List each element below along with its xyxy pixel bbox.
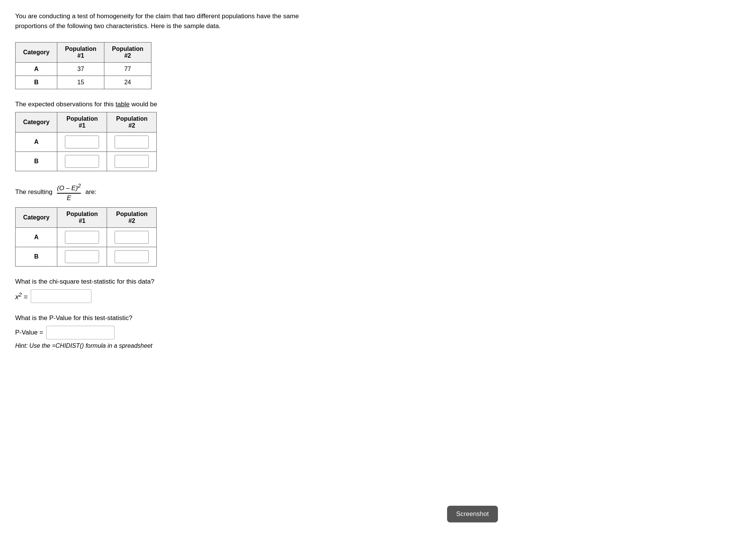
chi-square-label: x2 = xyxy=(15,291,28,301)
chi-square-question: What is the chi-square test-statistic fo… xyxy=(15,278,741,286)
expected-row-b-category: B xyxy=(16,152,57,171)
sample-row-b: B 15 24 xyxy=(16,76,151,89)
sample-row-a: A 37 77 xyxy=(16,63,151,76)
screenshot-button[interactable]: Screenshot xyxy=(447,506,498,522)
expected-row-a-category: A xyxy=(16,133,57,152)
resulting-col-pop1: Population#1 xyxy=(57,207,107,227)
resulting-row-a: A xyxy=(16,227,157,247)
intro-section: You are conducting a test of homogeneity… xyxy=(15,11,741,31)
fraction-display: (O – E)2 E xyxy=(57,183,81,202)
sample-row-b-pop2: 24 xyxy=(104,76,151,89)
sample-col-pop1: Population#1 xyxy=(57,43,104,63)
expected-b-pop1-input[interactable] xyxy=(65,155,99,168)
expected-row-b-pop1-cell[interactable] xyxy=(57,152,107,171)
resulting-row-b-pop2-cell[interactable] xyxy=(107,247,157,266)
resulting-a-pop2-input[interactable] xyxy=(115,231,149,244)
hint-text: Hint: Use the =CHIDIST() formula in a sp… xyxy=(15,342,741,349)
intro-text-line1: You are conducting a test of homogeneity… xyxy=(15,11,357,31)
resulting-row-a-category: A xyxy=(16,227,57,247)
chi-square-section: What is the chi-square test-statistic fo… xyxy=(15,278,741,303)
sample-row-a-category: A xyxy=(16,63,57,76)
expected-section: The expected observations for this table… xyxy=(15,101,741,171)
expected-col-pop1: Population#1 xyxy=(57,112,107,133)
expected-row-b: B xyxy=(16,152,157,171)
sample-row-a-pop2: 77 xyxy=(104,63,151,76)
sample-col-category: Category xyxy=(16,43,57,63)
resulting-row-b: B xyxy=(16,247,157,266)
resulting-b-pop1-input[interactable] xyxy=(65,250,99,263)
expected-a-pop1-input[interactable] xyxy=(65,136,99,148)
expected-a-pop2-input[interactable] xyxy=(115,136,149,148)
expected-col-pop2: Population#2 xyxy=(107,112,157,133)
resulting-b-pop2-input[interactable] xyxy=(115,250,149,263)
formula-row: The resulting (O – E)2 E are: xyxy=(15,183,741,202)
pvalue-row: P-Value = xyxy=(15,326,741,339)
sample-row-b-category: B xyxy=(16,76,57,89)
expected-row-a-pop1-cell[interactable] xyxy=(57,133,107,152)
pvalue-question: What is the P-Value for this test-statis… xyxy=(15,314,741,322)
pvalue-input[interactable] xyxy=(46,326,115,339)
sample-table: Category Population#1 Population#2 A 37 … xyxy=(15,42,151,89)
sample-data-section: Category Population#1 Population#2 A 37 … xyxy=(15,42,741,89)
expected-row-a: A xyxy=(16,133,157,152)
resulting-label-before: The resulting xyxy=(15,188,52,196)
chi-square-input[interactable] xyxy=(31,289,91,303)
pvalue-section: What is the P-Value for this test-statis… xyxy=(15,314,741,349)
resulting-a-pop1-input[interactable] xyxy=(65,231,99,244)
sample-col-pop2: Population#2 xyxy=(104,43,151,63)
resulting-table: Category Population#1 Population#2 A B xyxy=(15,207,157,267)
resulting-label-after: are: xyxy=(85,188,96,196)
expected-table: Category Population#1 Population#2 A B xyxy=(15,112,157,171)
resulting-row-b-pop1-cell[interactable] xyxy=(57,247,107,266)
expected-col-category: Category xyxy=(16,112,57,133)
fraction-denominator: E xyxy=(67,194,71,202)
chi-square-row: x2 = xyxy=(15,289,741,303)
resulting-col-pop2: Population#2 xyxy=(107,207,157,227)
resulting-col-category: Category xyxy=(16,207,57,227)
expected-row-a-pop2-cell[interactable] xyxy=(107,133,157,152)
pvalue-label: P-Value = xyxy=(15,329,43,336)
resulting-row-b-category: B xyxy=(16,247,57,266)
expected-b-pop2-input[interactable] xyxy=(115,155,149,168)
resulting-row-a-pop1-cell[interactable] xyxy=(57,227,107,247)
resulting-row-a-pop2-cell[interactable] xyxy=(107,227,157,247)
sample-row-b-pop1: 15 xyxy=(57,76,104,89)
expected-row-b-pop2-cell[interactable] xyxy=(107,152,157,171)
expected-label: The expected observations for this table… xyxy=(15,101,741,108)
fraction-numerator: (O – E)2 xyxy=(57,183,81,194)
resulting-section: The resulting (O – E)2 E are: Category P… xyxy=(15,183,741,267)
sample-row-a-pop1: 37 xyxy=(57,63,104,76)
